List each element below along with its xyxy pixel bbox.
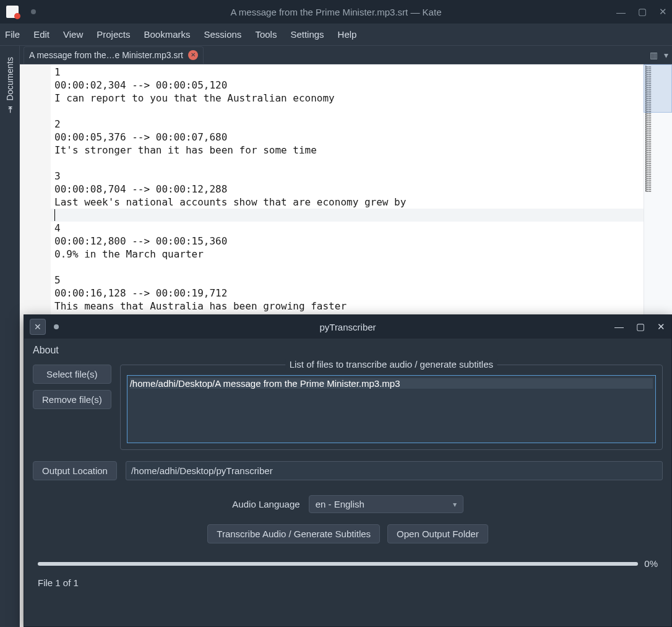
pt-progress-row: 0% xyxy=(33,558,663,569)
chevron-down-icon: ▾ xyxy=(453,500,457,509)
modified-indicator xyxy=(31,9,36,14)
pt-window-controls: — ▢ ✕ xyxy=(614,321,665,332)
menu-tools[interactable]: Tools xyxy=(255,29,277,40)
pt-row-actions: Transcribe Audio / Generate Subtitles Op… xyxy=(33,524,663,543)
tab-close-icon[interactable]: ✕ xyxy=(188,50,198,60)
kate-titlebar: A message from the Prime Minister.mp3.sr… xyxy=(0,0,672,24)
audio-language-label: Audio Language xyxy=(232,499,299,509)
progress-percent: 0% xyxy=(644,558,658,569)
remove-files-button[interactable]: Remove file(s) xyxy=(33,390,111,409)
transcribe-button[interactable]: Transcribe Audio / Generate Subtitles xyxy=(207,524,380,543)
split-menu-icon[interactable]: ▾ xyxy=(664,50,668,60)
tab-active[interactable]: A message from the…e Minister.mp3.srt ✕ xyxy=(24,46,204,64)
menubar: File Edit View Projects Bookmarks Sessio… xyxy=(0,24,672,46)
sidebar: Documents ⇥ xyxy=(0,46,20,627)
menu-bookmarks[interactable]: Bookmarks xyxy=(144,29,190,40)
pt-file-buttons: Select file(s) Remove file(s) xyxy=(33,365,111,450)
pt-close-button[interactable]: ✕ xyxy=(30,319,45,334)
menu-edit[interactable]: Edit xyxy=(33,29,50,40)
maximize-button[interactable]: ▢ xyxy=(638,6,647,17)
tabbar: A message from the…e Minister.mp3.srt ✕ … xyxy=(20,46,672,64)
pt-row-output: Output Location xyxy=(33,461,663,480)
tab-label: A message from the…e Minister.mp3.srt xyxy=(29,50,183,60)
sidebar-upload-icon[interactable]: ⇥ xyxy=(5,106,15,113)
open-output-folder-button[interactable]: Open Output Folder xyxy=(387,524,488,543)
select-files-button[interactable]: Select file(s) xyxy=(33,365,111,384)
file-list-item[interactable]: /home/adhi/Desktop/A message from the Pr… xyxy=(130,378,653,389)
pt-modified-indicator xyxy=(54,324,59,329)
output-location-input[interactable] xyxy=(126,461,663,480)
close-button[interactable]: ✕ xyxy=(659,6,667,17)
menu-projects[interactable]: Projects xyxy=(97,29,130,40)
pt-content: About Select file(s) Remove file(s) List… xyxy=(24,339,671,594)
audio-language-select[interactable]: en - English ▾ xyxy=(309,495,463,513)
pt-row-language: Audio Language en - English ▾ xyxy=(33,495,663,513)
menu-sessions[interactable]: Sessions xyxy=(204,29,242,40)
pt-minimize-button[interactable]: — xyxy=(614,321,624,332)
menu-settings[interactable]: Settings xyxy=(290,29,324,40)
minimize-button[interactable]: — xyxy=(616,7,626,17)
menu-view[interactable]: View xyxy=(63,29,83,40)
pytranscriber-window: ✕ pyTranscriber — ▢ ✕ About Select file(… xyxy=(24,314,672,627)
progress-bar xyxy=(38,562,638,566)
audio-language-value: en - English xyxy=(316,499,364,509)
pt-row-files: Select file(s) Remove file(s) List of fi… xyxy=(33,365,663,450)
split-horizontal-icon[interactable]: ▥ xyxy=(650,50,658,60)
status-text: File 1 of 1 xyxy=(33,577,663,588)
output-location-button[interactable]: Output Location xyxy=(33,461,117,480)
pt-titlebar: ✕ pyTranscriber — ▢ ✕ xyxy=(24,315,671,339)
window-title: A message from the Prime Minister.mp3.sr… xyxy=(231,7,442,17)
tabbar-tools: ▥ ▾ xyxy=(650,50,668,60)
window-controls: — ▢ ✕ xyxy=(616,6,667,17)
menu-about[interactable]: About xyxy=(33,345,663,356)
pt-title: pyTranscriber xyxy=(319,322,376,332)
menu-file[interactable]: File xyxy=(5,29,20,40)
pt-maximize-button[interactable]: ▢ xyxy=(636,321,645,332)
menu-help[interactable]: Help xyxy=(338,29,357,40)
pt-close-button-right[interactable]: ✕ xyxy=(657,321,665,332)
file-list[interactable]: /home/adhi/Desktop/A message from the Pr… xyxy=(127,375,656,443)
file-group-title: List of files to transcribe audio / gene… xyxy=(286,359,497,370)
file-group: List of files to transcribe audio / gene… xyxy=(120,365,663,450)
sidebar-documents[interactable]: Documents xyxy=(5,57,15,101)
kate-app-icon xyxy=(6,6,19,18)
